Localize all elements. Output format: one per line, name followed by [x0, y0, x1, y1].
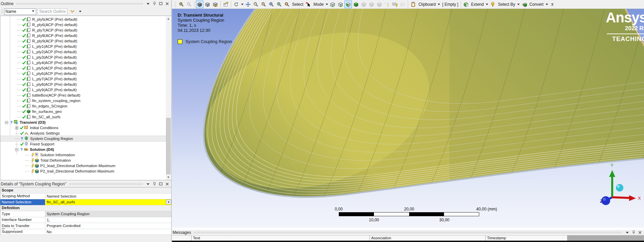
tree-item-solution-information[interactable]: iSolution Information	[0, 152, 165, 158]
tree-item-fin-edges-scregion[interactable]: fin_edges_SCregion	[0, 103, 165, 109]
graphics-viewport[interactable]: D: Transient Structural System Coupling …	[172, 9, 644, 228]
details-row-interface-number[interactable]: Interface Number 1,	[0, 217, 171, 223]
details-pin-icon[interactable]	[152, 182, 157, 187]
overflow-caret-icon[interactable]	[549, 1, 556, 8]
scrollbar-thumb[interactable]	[166, 118, 171, 174]
details-value[interactable]: System Coupling Region	[45, 211, 171, 217]
outline-pin-icon[interactable]	[152, 1, 157, 6]
scroll-up-icon[interactable]: ▲	[166, 16, 171, 21]
toolbar-label-select-by[interactable]: Select By	[497, 2, 516, 7]
messages-column-association[interactable]: Association	[370, 235, 486, 241]
toolbar-label-mode[interactable]: Mode	[312, 2, 325, 7]
triad-z-axis[interactable]	[601, 196, 610, 205]
chevron-down-icon[interactable]	[485, 1, 489, 8]
chevron-down-icon[interactable]	[545, 1, 549, 8]
tree-item-p2-trail-directional-deformation-maximum[interactable]: P2_trail_Directional Deformation Maximum	[0, 168, 165, 174]
clipboard-icon[interactable]	[409, 1, 417, 8]
tree-scrollbar[interactable]: ▲ ▼	[166, 16, 171, 180]
messages-column-selector[interactable]	[172, 235, 192, 241]
tree-expander-icon[interactable]	[15, 148, 18, 151]
select-cursor-icon[interactable]	[305, 1, 312, 8]
mesh-body-filter-icon[interactable]	[376, 1, 383, 8]
tree-item-p1-lead-directional-deformation-maximum[interactable]: P1_lead_Directional Deformation Maximum	[0, 163, 165, 168]
zoom-fit-icon[interactable]	[268, 1, 275, 8]
tree-item-analysis-settings[interactable]: Analysis Settings	[0, 130, 165, 136]
triad-x-label[interactable]: X	[638, 196, 641, 201]
zoom-undo-icon[interactable]	[178, 1, 185, 8]
xyz-probe-icon[interactable]: X,Y,Z	[383, 1, 391, 8]
search-overflow-caret-icon[interactable]	[77, 9, 83, 14]
toolbar-label-select[interactable]: Select	[291, 2, 304, 7]
details-menu-icon[interactable]	[145, 182, 151, 187]
details-value[interactable]: Named Selection	[45, 194, 171, 199]
details-row-scoping-method[interactable]: Scoping Method Named Selection	[0, 194, 171, 200]
name-filter-dropdown[interactable]: Name	[4, 8, 36, 15]
paint-cube-icon[interactable]	[212, 1, 219, 8]
tree-item-l-ply2-acp-pre-default[interactable]: L_ply2(ACP (Pre) default)	[0, 49, 165, 55]
toolbar-label-extend[interactable]: Extend	[470, 2, 485, 7]
rotate-icon[interactable]	[232, 1, 240, 8]
details-value[interactable]: 1,	[45, 217, 171, 223]
tree-item-l-ply9-acp-pre-default[interactable]: L_ply9(ACP (Pre) default)	[0, 87, 165, 93]
shaded-cube-icon[interactable]	[204, 1, 211, 8]
details-row-data-to-transfer-expert-[interactable]: Data to Transfer [Expert] Program Contro…	[0, 223, 171, 229]
details-value[interactable]: Program Controlled	[45, 223, 171, 229]
details-close-icon[interactable]	[164, 182, 170, 187]
outline-header-drag-area[interactable]	[16, 3, 143, 5]
scroll-down-icon[interactable]: ▼	[166, 175, 171, 180]
zoom-in-icon[interactable]	[260, 1, 267, 8]
details-value[interactable]: fin_SC_all_surfs▼	[45, 199, 171, 205]
toolbar-label-convert[interactable]: Convert	[528, 2, 545, 7]
edge-filter-icon[interactable]	[337, 1, 344, 8]
tree-item-fin-system-coupling-region[interactable]: fin_system_coupling_region	[0, 98, 165, 103]
details-row-type[interactable]: Type System Coupling Region	[0, 211, 171, 217]
tree-item-r-ply9-acp-pre-default[interactable]: R_ply9(ACP (Pre) default)	[0, 38, 165, 44]
messages-menu-icon[interactable]	[624, 230, 630, 235]
filter-row-drag-handle[interactable]	[1, 9, 3, 14]
search-outline-input[interactable]	[38, 8, 67, 15]
toolbar-label-clipboard[interactable]: Clipboard	[417, 2, 437, 7]
pan-icon[interactable]	[244, 1, 252, 8]
iso-cube-icon[interactable]	[196, 1, 203, 8]
tree-item-l-ply6-acp-pre-default[interactable]: L_ply6(ACP (Pre) default)	[0, 71, 165, 76]
named-selection-dropdown-icon[interactable]: ▼	[166, 200, 171, 204]
details-value[interactable]: No	[45, 229, 171, 235]
outline-close-icon[interactable]	[164, 1, 170, 6]
triad-x-axis[interactable]	[612, 197, 630, 198]
viewport-layout-icon[interactable]	[222, 1, 229, 8]
tree-item-r-ply6-acp-pre-default[interactable]: R_ply6(ACP (Pre) default)	[0, 22, 165, 27]
location-pin-icon[interactable]	[489, 1, 496, 8]
triad-iso-ball[interactable]	[616, 184, 623, 191]
outline-maximize-icon[interactable]	[158, 1, 163, 6]
tree-item-l-ply1-acp-pre-default[interactable]: L_ply1(ACP (Pre) default)	[0, 44, 165, 49]
extend-cube-icon[interactable]	[462, 1, 470, 8]
zoom-redo-icon[interactable]	[185, 1, 193, 8]
tree-item-total-deformation[interactable]: Total Deformation	[0, 158, 165, 163]
messages-header-drag-area[interactable]	[194, 231, 622, 234]
tree-item-fixed-support[interactable]: Fixed Support	[0, 141, 165, 147]
zoom-prev-icon[interactable]	[283, 1, 291, 8]
triad-y-label[interactable]: Y	[610, 163, 614, 168]
toolbar-label-empty[interactable]: [ Empty ]	[441, 2, 459, 7]
expand-search-options-icon[interactable]	[69, 8, 76, 15]
tree-item-solution-d4[interactable]: ?Solution (D4)	[0, 147, 165, 152]
messages-column-timestamp[interactable]: Timestamp	[486, 235, 568, 241]
chevron-down-icon[interactable]	[325, 1, 329, 8]
body-filter-icon[interactable]	[352, 1, 360, 8]
convert-cube-icon[interactable]	[520, 1, 528, 8]
abc-tag-icon[interactable]: Abc	[399, 1, 406, 8]
tree-expander-icon[interactable]	[15, 126, 18, 129]
tree-item-tuttlebox-acp-pre-default[interactable]: tuttleBox(ACP (Pre) default)	[0, 93, 165, 98]
chevron-down-icon[interactable]	[516, 1, 520, 8]
tree-item-l-ply8-acp-pre-default[interactable]: L_ply8(ACP (Pre) default)	[0, 82, 165, 87]
zoom-all-icon[interactable]	[275, 1, 283, 8]
tree-item-r-ply8-acp-pre-default[interactable]: R_ply8(ACP (Pre) default)	[0, 33, 165, 38]
fin-model-render[interactable]	[172, 9, 644, 228]
tree-item-l-ply7-acp-pre-default[interactable]: L_ply7(ACP (Pre) default)	[0, 76, 165, 82]
tree-item-transient-d3[interactable]: ?Transient (D3)	[0, 120, 165, 125]
tree-item-fin-sc-all-surfs[interactable]: fin_SC_all_surfs	[0, 114, 165, 120]
messages-pin-icon[interactable]	[631, 230, 636, 235]
zoom-select-icon[interactable]	[252, 1, 260, 8]
details-row-named-selection[interactable]: Named Selection fin_SC_all_surfs▼	[0, 199, 171, 205]
outline-menu-icon[interactable]	[145, 1, 151, 6]
